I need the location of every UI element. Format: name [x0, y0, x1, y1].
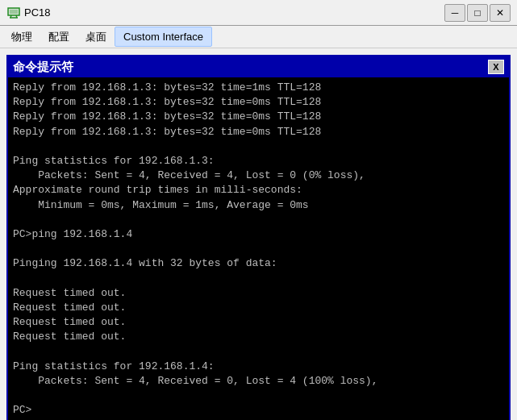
window-controls: ─ □ ✕ [444, 4, 511, 22]
main-content: 命令提示符 X Reply from 192.168.1.3: bytes=32… [0, 48, 517, 420]
menu-desktop[interactable]: 桌面 [77, 27, 115, 48]
app-icon [6, 6, 21, 20]
cmd-output[interactable]: Reply from 192.168.1.3: bytes=32 time=1m… [8, 77, 509, 420]
menu-bar: 物理 配置 桌面 Custom Interface [0, 26, 517, 48]
cmd-title-text: 命令提示符 [13, 60, 488, 75]
window-title: PC18 [24, 6, 444, 19]
maximize-button[interactable]: □ [467, 4, 488, 22]
svg-rect-5 [10, 10, 18, 14]
title-bar: PC18 ─ □ ✕ [0, 0, 517, 26]
cmd-title-bar: 命令提示符 X [8, 56, 509, 77]
cmd-window: 命令提示符 X Reply from 192.168.1.3: bytes=32… [6, 55, 511, 420]
minimize-button[interactable]: ─ [444, 4, 465, 22]
menu-physics[interactable]: 物理 [3, 27, 40, 48]
close-button[interactable]: ✕ [490, 4, 511, 22]
menu-config[interactable]: 配置 [40, 27, 77, 48]
menu-custom-interface[interactable]: Custom Interface [115, 27, 212, 47]
cmd-body: Reply from 192.168.1.3: bytes=32 time=1m… [8, 77, 509, 420]
cmd-close-button[interactable]: X [488, 60, 504, 74]
